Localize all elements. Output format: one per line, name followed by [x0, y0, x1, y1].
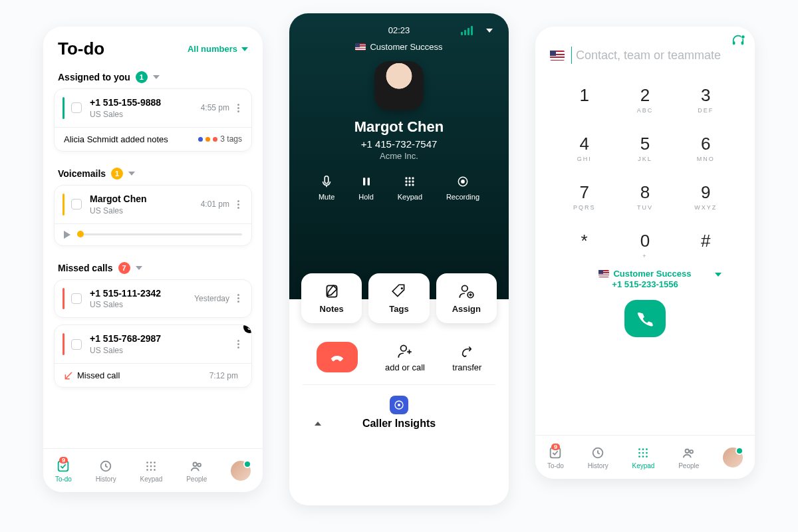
tab-people[interactable]: People — [678, 446, 699, 469]
svg-rect-13 — [325, 176, 329, 184]
assign-icon — [458, 283, 475, 300]
tab-label: People — [678, 462, 699, 469]
status-stripe — [63, 194, 65, 215]
checkbox[interactable] — [71, 339, 82, 350]
missed-item[interactable]: 3 +1 515-768-2987 US Sales Missed call 7… — [54, 325, 252, 388]
end-call-button[interactable] — [317, 342, 358, 372]
dial-input[interactable] — [571, 47, 740, 64]
chevron-down-icon — [153, 75, 160, 79]
history-icon — [591, 446, 605, 460]
keypad-grid: 1 2ABC 3DEF 4GHI 5JKL 6MNO 7PQRS 8TUV 9W… — [535, 73, 755, 265]
svg-point-4 — [154, 462, 156, 464]
missed-item[interactable]: +1 515-111-2342 US Sales Yesterday — [54, 279, 252, 319]
checkbox[interactable] — [71, 293, 82, 304]
flag-icon — [355, 43, 366, 51]
dial-button[interactable] — [624, 300, 666, 337]
more-menu-button[interactable] — [233, 198, 243, 211]
more-menu-button[interactable] — [233, 291, 243, 305]
item-time: 4:01 pm — [201, 200, 229, 209]
insights-label: Caller Insights — [362, 418, 436, 430]
key-6[interactable]: 6MNO — [676, 134, 736, 162]
item-line: US Sales — [90, 346, 233, 355]
more-menu-button[interactable] — [233, 337, 243, 351]
key-star[interactable]: * — [554, 231, 614, 259]
key-2[interactable]: 2ABC — [614, 85, 675, 114]
tab-keypad[interactable]: Keypad — [632, 446, 655, 469]
history-icon — [98, 459, 113, 473]
event-label: Missed call — [77, 370, 120, 380]
tab-keypad[interactable]: Keypad — [140, 459, 163, 483]
hold-button[interactable]: Hold — [358, 174, 374, 201]
voicemail-item[interactable]: Margot Chen US Sales 4:01 pm — [54, 185, 252, 246]
tab-people[interactable]: People — [186, 459, 207, 483]
tag-summary[interactable]: 3 tags — [198, 134, 242, 144]
flag-icon[interactable] — [550, 51, 565, 61]
notes-button[interactable]: Notes — [301, 273, 362, 323]
section-assigned[interactable]: Assigned to you 1 — [43, 62, 263, 88]
svg-point-48 — [685, 449, 689, 453]
tab-profile[interactable] — [231, 461, 251, 481]
page-title: To-do — [58, 39, 104, 59]
phone-icon — [636, 310, 654, 327]
key-4[interactable]: 4GHI — [554, 134, 614, 162]
svg-point-11 — [193, 462, 197, 466]
add-call-button[interactable]: add or call — [385, 342, 425, 372]
key-0[interactable]: 0+ — [614, 231, 675, 259]
chevron-down-icon — [715, 273, 722, 277]
flag-icon — [598, 270, 609, 277]
checkbox[interactable] — [71, 199, 82, 209]
recording-button[interactable]: Recording — [446, 174, 479, 201]
status-stripe — [63, 333, 65, 355]
key-8[interactable]: 8TUV — [614, 182, 675, 211]
mute-button[interactable]: Mute — [319, 174, 334, 201]
key-1[interactable]: 1 — [554, 85, 614, 114]
play-button[interactable] — [64, 231, 70, 239]
svg-point-44 — [646, 452, 648, 454]
checkbox[interactable] — [71, 102, 82, 113]
count-badge: 1 — [111, 168, 123, 180]
tags-button[interactable]: Tags — [368, 273, 429, 323]
tab-history[interactable]: History — [588, 446, 608, 469]
section-voicemails[interactable]: Voicemails 1 — [43, 158, 263, 185]
assign-button[interactable]: Assign — [436, 273, 497, 323]
svg-point-12 — [198, 463, 201, 466]
svg-point-10 — [154, 469, 156, 471]
more-menu-button[interactable] — [233, 101, 243, 115]
caller-company: Acme Inc. — [303, 151, 495, 161]
todo-badge: 9 — [59, 457, 68, 464]
svg-point-43 — [642, 452, 644, 454]
caller-insights-panel[interactable]: Caller Insights — [303, 405, 495, 442]
key-7[interactable]: 7PQRS — [554, 182, 614, 211]
minimize-button[interactable] — [486, 29, 493, 33]
tab-todo[interactable]: 9 To-do — [547, 446, 564, 469]
svg-point-26 — [461, 180, 465, 184]
tab-history[interactable]: History — [96, 459, 116, 483]
key-3[interactable]: 3DEF — [676, 85, 736, 114]
keypad-icon — [144, 459, 158, 473]
transfer-button[interactable]: transfer — [452, 342, 481, 372]
tab-label: Keypad — [140, 475, 163, 483]
tab-profile[interactable] — [723, 448, 743, 467]
transfer-icon — [458, 342, 475, 360]
missed-call-icon — [64, 371, 73, 380]
from-label: Customer Success — [613, 269, 691, 279]
key-9[interactable]: 9WXYZ — [676, 182, 736, 211]
svg-point-3 — [150, 462, 152, 464]
people-icon — [190, 459, 204, 473]
avatar — [723, 448, 743, 467]
item-line: US Sales — [90, 206, 201, 215]
item-phone: +1 515-155-9888 — [90, 97, 201, 108]
section-missed[interactable]: Missed calls 7 — [43, 253, 263, 279]
svg-point-29 — [462, 285, 468, 291]
tab-label: To-do — [55, 475, 72, 483]
assigned-item[interactable]: +1 515-155-9888 US Sales 4:55 pm Alicia … — [54, 88, 252, 152]
add-person-icon — [396, 342, 414, 360]
number-filter-dropdown[interactable]: All numbers — [188, 44, 248, 54]
event-time: 7:12 pm — [209, 371, 238, 380]
key-5[interactable]: 5JKL — [614, 134, 675, 162]
outgoing-line-selector[interactable]: Customer Success +1 515-233-1556 — [535, 269, 755, 289]
tab-todo[interactable]: 9 To-do — [55, 459, 72, 483]
key-hash[interactable]: # — [676, 231, 736, 259]
keypad-button[interactable]: Keypad — [398, 174, 422, 201]
audio-scrubber[interactable] — [77, 233, 242, 235]
